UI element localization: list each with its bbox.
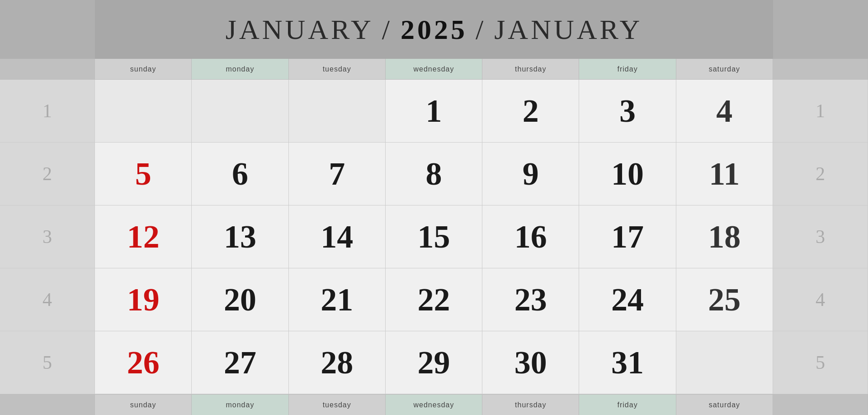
week-right-5: 5 <box>773 331 868 394</box>
day-cell-empty-3 <box>289 80 386 142</box>
day-cell-11: 11 <box>676 143 773 205</box>
day-cell-14: 14 <box>289 205 386 268</box>
week-right-1: 1 <box>773 80 868 142</box>
day-cell-20: 20 <box>192 268 288 331</box>
day-name-monday-bottom: monday <box>192 394 288 415</box>
day-name-sunday-bottom: sunday <box>95 394 192 415</box>
day-cell-2: 2 <box>482 80 579 142</box>
day-cell-8: 8 <box>386 143 482 205</box>
calendar-header: JANUARY / 2025 / JANUARY <box>0 0 868 59</box>
day-cell-19: 19 <box>95 268 192 331</box>
week-row-3: 3 12 13 14 15 16 17 18 3 <box>0 205 868 268</box>
day-names-top: sunday monday tuesday wednesday thursday… <box>0 59 868 80</box>
day-cell-empty-1 <box>95 80 192 142</box>
day-name-saturday-top: saturday <box>676 59 773 80</box>
day-cell-29: 29 <box>386 331 482 394</box>
day-cell-12: 12 <box>95 205 192 268</box>
day-name-thursday-top: thursday <box>482 59 579 80</box>
day-cell-1: 1 <box>386 80 482 142</box>
day-cell-25: 25 <box>676 268 773 331</box>
day-name-wednesday-bottom: wednesday <box>386 394 482 415</box>
week-right-3: 3 <box>773 205 868 268</box>
week-row-1: 1 1 2 3 4 1 <box>0 80 868 143</box>
week-num-5: 5 <box>0 331 95 394</box>
day-name-tuesday-bottom: tuesday <box>289 394 386 415</box>
day-cell-5: 5 <box>95 143 192 205</box>
day-name-tuesday-top: tuesday <box>289 59 386 80</box>
week-row-4: 4 19 20 21 22 23 24 25 4 <box>0 268 868 331</box>
day-name-sunday-top: sunday <box>95 59 192 80</box>
week-right-2: 2 <box>773 143 868 205</box>
day-cell-4: 4 <box>676 80 773 142</box>
week-row-2: 2 5 6 7 8 9 10 11 2 <box>0 143 868 205</box>
day-cell-6: 6 <box>192 143 288 205</box>
day-cell-30: 30 <box>482 331 579 394</box>
day-cell-empty-sat <box>676 331 773 394</box>
header-sep1: / <box>382 14 392 46</box>
week-row-5: 5 26 27 28 29 30 31 5 <box>0 331 868 394</box>
corner-bottom-right <box>773 394 868 415</box>
week-right-4: 4 <box>773 268 868 331</box>
day-cell-3: 3 <box>579 80 676 142</box>
corner-top-right <box>773 59 868 80</box>
day-name-thursday-bottom: thursday <box>482 394 579 415</box>
corner-bottom-left <box>0 394 95 415</box>
day-names-bottom: sunday monday tuesday wednesday thursday… <box>0 394 868 415</box>
day-cell-9: 9 <box>482 143 579 205</box>
day-cell-empty-2 <box>192 80 288 142</box>
day-cell-27: 27 <box>192 331 288 394</box>
day-cell-7: 7 <box>289 143 386 205</box>
day-name-wednesday-top: wednesday <box>386 59 482 80</box>
calendar: JANUARY / 2025 / JANUARY sunday monday t… <box>0 0 868 415</box>
day-cell-23: 23 <box>482 268 579 331</box>
day-cell-10: 10 <box>579 143 676 205</box>
header-month-right: JANUARY <box>494 14 642 46</box>
day-cell-16: 16 <box>482 205 579 268</box>
week-num-1: 1 <box>0 80 95 142</box>
day-cell-13: 13 <box>192 205 288 268</box>
day-name-monday-top: monday <box>192 59 288 80</box>
day-name-friday-top: friday <box>579 59 676 80</box>
header-month-left: JANUARY <box>226 14 374 46</box>
day-cell-26: 26 <box>95 331 192 394</box>
day-cell-22: 22 <box>386 268 482 331</box>
day-cell-28: 28 <box>289 331 386 394</box>
day-cell-15: 15 <box>386 205 482 268</box>
day-cell-24: 24 <box>579 268 676 331</box>
week-num-3: 3 <box>0 205 95 268</box>
day-name-saturday-bottom: saturday <box>676 394 773 415</box>
week-num-4: 4 <box>0 268 95 331</box>
header-title: JANUARY / 2025 / JANUARY <box>226 14 642 46</box>
header-left-decoration <box>0 0 95 59</box>
calendar-grid: 1 1 2 3 4 1 2 5 6 7 8 9 10 11 2 3 12 13 <box>0 80 868 394</box>
day-cell-21: 21 <box>289 268 386 331</box>
header-right-decoration <box>773 0 868 59</box>
header-year: 2025 <box>401 14 467 46</box>
week-num-2: 2 <box>0 143 95 205</box>
day-cell-31: 31 <box>579 331 676 394</box>
day-cell-18: 18 <box>676 205 773 268</box>
corner-top-left <box>0 59 95 80</box>
day-name-friday-bottom: friday <box>579 394 676 415</box>
day-cell-17: 17 <box>579 205 676 268</box>
header-sep2: / <box>476 14 486 46</box>
